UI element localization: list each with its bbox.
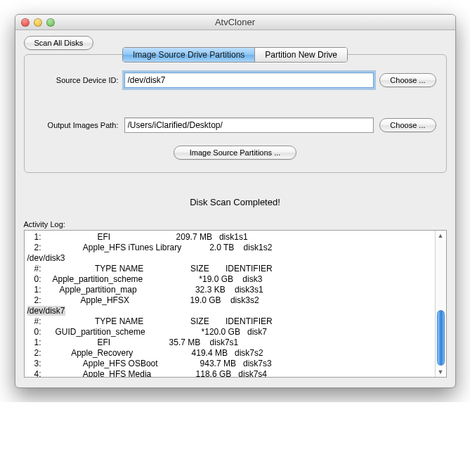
tab-partition-new[interactable]: Partition New Drive xyxy=(254,48,347,62)
activity-log-text[interactable]: 1: EFI 209.7 MB disk1s1 2: Apple_HFS iTu… xyxy=(25,231,435,377)
row-source-device: Source Device ID: Choose ... xyxy=(34,72,436,88)
scroll-down-icon[interactable]: ▼ xyxy=(436,367,446,377)
source-device-input[interactable] xyxy=(124,72,374,88)
main-groupbox: Image Source Drive Partitions Partition … xyxy=(24,54,447,173)
scroll-up-icon[interactable]: ▲ xyxy=(436,231,446,240)
app-window: AtvCloner Scan All Disks Image Source Dr… xyxy=(15,14,456,388)
activity-log-label: Activity Log: xyxy=(24,220,447,229)
output-choose-button[interactable]: Choose ... xyxy=(379,118,436,132)
window-title: AtvCloner xyxy=(15,17,455,27)
tab-image-source[interactable]: Image Source Drive Partitions xyxy=(123,48,254,62)
scrollbar[interactable]: ▲ ▼ xyxy=(435,231,446,377)
status-text: Disk Scan Completed! xyxy=(24,197,447,207)
tabbar: Image Source Drive Partitions Partition … xyxy=(34,47,436,63)
close-icon[interactable] xyxy=(21,18,30,27)
minimize-icon[interactable] xyxy=(34,18,42,27)
output-path-label: Output Images Path: xyxy=(34,121,119,129)
source-choose-button[interactable]: Choose ... xyxy=(379,73,436,87)
titlebar: AtvCloner xyxy=(15,15,455,30)
zoom-icon[interactable] xyxy=(46,18,55,27)
scroll-track[interactable] xyxy=(436,240,446,367)
scroll-thumb[interactable] xyxy=(437,310,445,366)
source-device-label: Source Device ID: xyxy=(34,76,119,84)
image-source-partitions-button[interactable]: Image Source Partitions ... xyxy=(174,146,297,160)
window-body: Scan All Disks Image Source Drive Partit… xyxy=(15,30,455,387)
output-path-input[interactable] xyxy=(124,117,374,133)
tab-segment: Image Source Drive Partitions Partition … xyxy=(122,47,348,63)
activity-log: 1: EFI 209.7 MB disk1s1 2: Apple_HFS iTu… xyxy=(24,230,447,378)
spacer xyxy=(34,94,436,117)
row-output-path: Output Images Path: Choose ... xyxy=(34,117,436,133)
action-row: Image Source Partitions ... xyxy=(34,146,436,160)
traffic-lights xyxy=(15,18,55,27)
